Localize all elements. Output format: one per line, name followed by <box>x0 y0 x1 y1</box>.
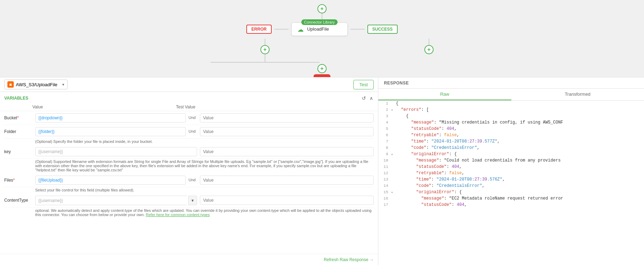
line-number: 12 <box>378 171 391 175</box>
folder-input-wrap: Und <box>35 127 197 136</box>
line-expand-icon[interactable]: ▾ <box>391 152 396 157</box>
add-merge-button[interactable]: + <box>317 64 327 73</box>
key-test-input[interactable] <box>200 147 374 156</box>
line-expand-icon[interactable]: ▾ <box>391 190 396 195</box>
line-number: 15 <box>378 190 391 194</box>
refresh-icon-button[interactable]: ↺ <box>361 95 367 102</box>
files-value-input[interactable] <box>35 176 186 185</box>
folder-und-btn[interactable]: Und <box>187 127 197 136</box>
key-row: key <box>4 145 374 159</box>
line-top <box>322 13 322 20</box>
code-line: 7 "time": "2024-01-20T08:27:39.577Z", <box>378 139 644 145</box>
line-content: "time": "2024-01-20T08:27:39.577Z", <box>396 139 644 144</box>
line-content: "retryable": false, <box>396 133 644 138</box>
variables-actions: ↺ ∧ <box>361 95 374 102</box>
node-row: ERROR Connector Library ☁ UploadFile SUC… <box>246 23 397 36</box>
line-number: 1 <box>378 101 391 106</box>
key-value-input[interactable] <box>35 147 197 156</box>
line-number: 2 <box>378 107 391 112</box>
add-bottom-error-button[interactable]: + <box>260 45 270 54</box>
add-bottom-success-button[interactable]: + <box>424 45 434 54</box>
contenttype-desc: optional. We automatically detect and ap… <box>4 208 374 218</box>
line-expand-icon <box>391 158 396 159</box>
contenttype-input-wrap: ▾ <box>35 196 197 205</box>
canvas-content: + ERROR Connector Library ☁ UploadFile S… <box>210 4 434 73</box>
line-error-extend <box>265 54 265 63</box>
bucket-label: Bucket* <box>4 113 32 120</box>
error-badge[interactable]: ERROR <box>246 25 271 34</box>
line-content: { <box>396 101 644 106</box>
response-panel: RESPONSE Raw Transformed 1 { 2 ▾ "errors… <box>378 77 644 265</box>
line-content: "message": "EC2 Metadata roleName reques… <box>396 196 644 201</box>
line-expand-icon <box>391 164 396 165</box>
line-expand-icon <box>391 145 396 146</box>
variables-title: VARIABLES <box>4 96 28 101</box>
contenttype-value-input[interactable] <box>35 196 187 205</box>
bucket-test-input[interactable] <box>200 113 374 122</box>
line-content: "statusCode": 404, <box>396 164 644 169</box>
line-content: "statusCode": 404, <box>396 202 644 207</box>
response-tabs: Raw Transformed <box>378 89 644 101</box>
line-number: 8 <box>378 145 391 150</box>
col-header-value: Value <box>4 105 173 109</box>
line-content: { <box>396 114 644 119</box>
tab-raw[interactable]: Raw <box>378 89 511 100</box>
folder-test-input[interactable] <box>200 127 374 136</box>
line-number: 9 <box>378 152 391 156</box>
add-top-button[interactable]: + <box>317 4 327 13</box>
code-line: 1 { <box>378 101 644 107</box>
test-button[interactable]: Test <box>353 80 374 89</box>
variables-panel: ▣ AWS_S3/UploadFile ▾ Test VARIABLES ↺ ∧… <box>0 77 378 265</box>
key-label: key <box>4 147 32 154</box>
line-expand-icon <box>391 139 396 140</box>
contenttype-test-input[interactable] <box>200 196 374 205</box>
content-types-link[interactable]: Refer here for common content types <box>146 213 210 217</box>
line-number: 10 <box>378 158 391 163</box>
line-expand-icon <box>391 196 396 197</box>
upload-file-node[interactable]: Connector Library ☁ UploadFile <box>291 23 348 36</box>
folder-row: Folder Und <box>4 125 374 139</box>
line-number: 17 <box>378 202 391 207</box>
line-expand-icon <box>391 183 396 184</box>
h-line-left <box>274 29 289 30</box>
aws-icon: ▣ <box>7 81 14 88</box>
code-line: 15 ▾ "originalError": { <box>378 189 644 196</box>
collapse-icon-button[interactable]: ∧ <box>369 95 374 102</box>
bottom-red-node[interactable] <box>314 74 330 77</box>
connector-dropdown[interactable]: ▣ AWS_S3/UploadFile ▾ <box>4 80 68 89</box>
code-line: 4 "message": "Missing credentials in con… <box>378 120 644 126</box>
col-header-test: Test Value <box>173 105 374 109</box>
line-expand-icon <box>391 114 396 114</box>
node-name-label: UploadFile <box>307 26 329 32</box>
bucket-value-input[interactable] <box>35 113 186 122</box>
line-content: "message": "Missing credentials in confi… <box>396 120 644 125</box>
line-number: 16 <box>378 196 391 201</box>
dropdown-value: AWS_S3/UploadFile <box>16 82 57 87</box>
contenttype-row: ContentType ▾ <box>4 194 374 208</box>
line-content: "originalError": { <box>396 152 644 157</box>
code-line: 14 "code": "CredentialsError", <box>378 183 644 189</box>
files-test-input[interactable] <box>200 176 374 185</box>
line-number: 7 <box>378 139 391 144</box>
line-number: 11 <box>378 164 391 169</box>
contenttype-dropdown-btn[interactable]: ▾ <box>188 196 197 205</box>
code-line: 13 "time": "2024-01-20T08:27:39.576Z", <box>378 177 644 183</box>
folder-value-input[interactable] <box>35 127 186 136</box>
files-und-btn[interactable]: Und <box>187 176 197 185</box>
line-expand-icon <box>391 120 396 121</box>
line-content: "message": "Could not load credentials f… <box>396 158 644 163</box>
success-badge[interactable]: SUCCESS <box>367 25 398 34</box>
variables-header: VARIABLES ↺ ∧ <box>0 92 378 103</box>
bottom-section: ▣ AWS_S3/UploadFile ▾ Test VARIABLES ↺ ∧… <box>0 77 644 265</box>
code-line: 10 "message": "Could not load credential… <box>378 158 644 164</box>
bucket-und-btn[interactable]: Und <box>187 113 197 122</box>
bucket-input-wrap: Und <box>35 113 197 122</box>
tab-transformed[interactable]: Transformed <box>511 89 644 100</box>
folder-desc: (Optional) Specify the folder your file … <box>4 139 374 145</box>
line-expand-icon[interactable]: ▾ <box>391 107 396 112</box>
refresh-raw-link[interactable]: Refresh Raw Response → <box>324 257 374 262</box>
code-line: 16 "message": "EC2 Metadata roleName req… <box>378 196 644 202</box>
line-number: 5 <box>378 126 391 131</box>
h-bottom-line <box>210 62 320 63</box>
line-content: "time": "2024-01-20T08:27:39.576Z", <box>396 177 644 182</box>
